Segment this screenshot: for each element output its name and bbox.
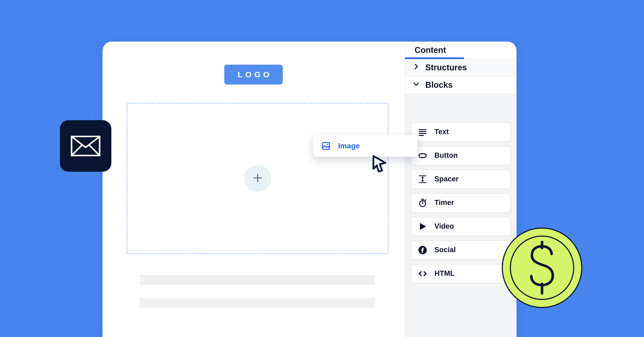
block-timer[interactable]: Timer bbox=[411, 193, 511, 213]
dragging-block-label: Image bbox=[338, 142, 360, 150]
block-button[interactable]: Button bbox=[411, 146, 511, 165]
svg-marker-16 bbox=[420, 223, 426, 230]
block-spacer[interactable]: Spacer bbox=[411, 170, 511, 189]
svg-point-19 bbox=[327, 144, 328, 145]
svg-line-15 bbox=[425, 200, 426, 201]
plus-icon bbox=[252, 172, 264, 185]
dragging-block-image[interactable]: Image bbox=[313, 135, 417, 157]
section-label: Blocks bbox=[425, 80, 453, 90]
block-label: Video bbox=[434, 222, 454, 230]
spacer-icon bbox=[418, 174, 427, 184]
timer-icon bbox=[418, 198, 427, 208]
facebook-icon bbox=[418, 245, 427, 255]
text-placeholder bbox=[140, 275, 375, 285]
editor-window: LOGO Content Structures bbox=[103, 42, 517, 337]
canvas-area[interactable]: LOGO bbox=[103, 42, 405, 337]
block-label: Timer bbox=[434, 199, 454, 207]
svg-marker-11 bbox=[421, 180, 424, 182]
drop-zone[interactable] bbox=[127, 103, 389, 254]
block-label: HTML bbox=[434, 269, 455, 278]
text-placeholder bbox=[140, 298, 375, 308]
chevron-down-icon bbox=[412, 80, 420, 90]
svg-line-22 bbox=[89, 145, 100, 155]
block-video[interactable]: Video bbox=[411, 217, 511, 236]
button-icon bbox=[418, 151, 427, 160]
block-social[interactable]: Social bbox=[411, 240, 511, 260]
email-icon bbox=[60, 120, 111, 172]
sidebar: Content Structures Blocks bbox=[405, 42, 517, 337]
dollar-coin-icon bbox=[502, 228, 582, 308]
block-label: Spacer bbox=[434, 175, 459, 183]
block-slot-dragging bbox=[411, 99, 511, 118]
sidebar-tabs: Content bbox=[405, 42, 517, 59]
section-structures[interactable]: Structures bbox=[405, 59, 517, 76]
tab-content[interactable]: Content bbox=[405, 42, 456, 59]
code-icon bbox=[418, 269, 427, 279]
section-label: Structures bbox=[425, 63, 467, 72]
section-blocks[interactable]: Blocks bbox=[405, 76, 517, 94]
image-icon bbox=[321, 141, 331, 151]
logo-placeholder[interactable]: LOGO bbox=[224, 65, 283, 85]
blocks-panel: Text Button bbox=[405, 94, 517, 337]
svg-rect-18 bbox=[323, 142, 330, 149]
add-block-button[interactable] bbox=[244, 165, 271, 192]
chevron-right-icon bbox=[412, 63, 420, 72]
block-label: Social bbox=[434, 246, 456, 254]
tab-underline bbox=[405, 57, 464, 59]
svg-rect-6 bbox=[419, 154, 426, 157]
play-icon bbox=[418, 222, 427, 231]
block-label: Button bbox=[434, 151, 458, 160]
svg-marker-10 bbox=[421, 177, 424, 178]
block-label: Text bbox=[434, 128, 449, 136]
cursor-icon bbox=[371, 154, 388, 173]
block-text[interactable]: Text bbox=[411, 122, 511, 142]
svg-line-21 bbox=[72, 145, 82, 155]
block-html[interactable]: HTML bbox=[411, 264, 511, 283]
text-icon bbox=[418, 127, 427, 137]
